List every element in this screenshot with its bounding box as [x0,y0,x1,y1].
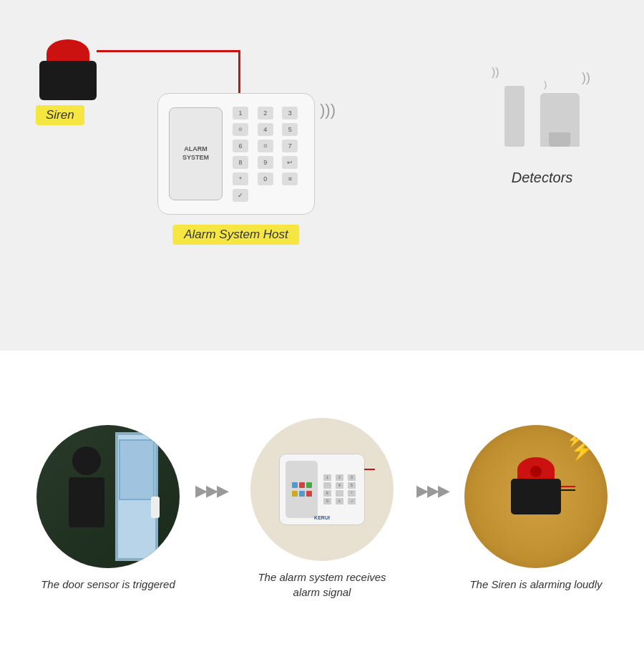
hp-icon-green [306,482,312,488]
hp-k3: 3 [348,474,356,481]
scenario-3: ⚡ ⚡ The Siren is alarming loudly [464,425,608,592]
hp-k11: ≡ [336,498,343,504]
hp-k2: 2 [336,474,343,481]
hp-screen [286,461,318,518]
burglar-body [69,477,104,527]
siren-wire-horizontal [97,50,240,52]
hp-k9: * [348,490,356,497]
host-photo-panel: 1 2 3 4 5 6 * 0 ≡ ✓ KERUI [279,454,365,525]
scenario-2: 1 2 3 4 5 6 * 0 ≡ ✓ KERUI The alarm syst… [243,418,401,600]
arrow-1: ▶▶▶ [195,482,228,500]
siren-label: Siren [36,105,84,125]
hp-icon-red2 [306,491,312,497]
hp-icon-blue [292,482,298,488]
detectors-label: Detectors [512,170,573,186]
hp-k7: 6 [323,490,331,497]
burglar-figure [58,446,115,554]
key-6: 6 [233,140,248,152]
host-photo-scene: 1 2 3 4 5 6 * 0 ≡ ✓ KERUI [250,418,394,561]
key-1: 1 [233,107,248,119]
lightning-icon-2: ⚡ [567,432,582,448]
pir-sensor-icon [540,93,580,147]
siren-group: Siren [39,39,97,100]
burglar-scene [36,425,180,568]
hp-icon-blue2 [299,491,305,497]
detectors-icons: )) )) ) [504,86,580,147]
key-lock2: ⊙ [258,140,273,152]
key-8: 8 [233,156,248,169]
arrow-2: ▶▶▶ [416,482,449,500]
hp-keypad: 1 2 3 4 5 6 * 0 ≡ ✓ [323,474,358,504]
hp-brand: KERUI [314,515,330,520]
host-label: Alarm System Host [172,225,299,245]
hp-k4 [323,482,331,489]
host-screen-text: ALARMSYSTEM [182,145,209,162]
burglar-head [72,446,101,475]
detectors-group: )) )) ) Detectors [504,86,580,147]
siren-photo-base [511,479,561,514]
key-3: 3 [282,107,298,119]
key-back: ↩ [282,156,298,169]
siren-photo-btn [530,466,542,477]
siren-base [39,61,97,100]
siren-wire-vertical [238,50,240,93]
keypad: 1 2 3 ⊙ 4 5 6 ⊙ 7 8 9 ↩ * 0 ≡ ✓ [233,107,303,202]
door-panel [119,439,155,500]
scenario-1: The door sensor is triggered [36,425,180,592]
siren-wire-red [561,486,575,487]
hp-wire [364,469,375,470]
top-section: Siren ALARMSYSTEM 1 2 3 ⊙ 4 5 6 ⊙ 7 8 9 … [0,0,644,351]
hp-k5: 4 [336,482,343,489]
key-menu: ≡ [282,172,298,185]
key-5: 5 [282,123,298,136]
host-group: ALARMSYSTEM 1 2 3 ⊙ 4 5 6 ⊙ 7 8 9 ↩ * 0 … [157,93,315,215]
key-check: ✓ [233,189,248,202]
hp-k12: ✓ [348,498,356,504]
siren-photo-body [511,479,561,514]
host-panel: ALARMSYSTEM 1 2 3 ⊙ 4 5 6 ⊙ 7 8 9 ↩ * 0 … [157,93,315,215]
detector-wifi-icon-1: )) [492,66,499,79]
arrow-dots-2: ▶▶▶ [416,482,449,500]
arrow-dots-1: ▶▶▶ [195,482,228,500]
hp-k10: 0 [323,498,331,504]
key-0: 0 [258,172,273,185]
hp-k6: 5 [348,482,356,489]
siren-wire-black [561,489,575,491]
detector-wifi-icon-2: )) [582,70,590,85]
siren-illustration [39,39,97,100]
key-lock1: ⊙ [233,123,248,136]
key-9: 9 [258,156,273,169]
wifi-icon: ))) [320,101,336,119]
key-7: 7 [282,140,298,152]
hp-k1: 1 [323,474,331,481]
scenario-3-caption: The Siren is alarming loudly [469,577,602,592]
key-star: * [233,172,248,185]
door-sensor [151,497,160,518]
hp-icon-yellow [292,491,298,497]
detector-wifi-icon-3: ) [544,79,547,89]
scenario-2-caption: The alarm system receives alarm signal [243,570,401,600]
key-4: 4 [258,123,273,136]
hp-icon-red [299,482,305,488]
bottom-section: The door sensor is triggered ▶▶▶ [0,351,644,659]
hp-k8 [336,490,343,497]
siren-photo-scene: ⚡ ⚡ [464,425,608,568]
scenario-1-caption: The door sensor is triggered [41,577,175,592]
door-sensor-icon [504,86,525,147]
key-2: 2 [258,107,273,119]
host-screen: ALARMSYSTEM [169,107,223,200]
